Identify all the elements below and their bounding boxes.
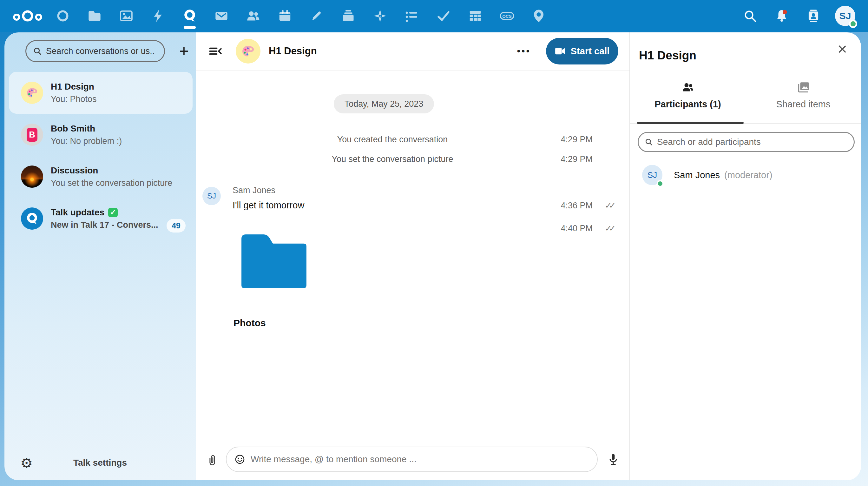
message-input[interactable] [251,454,589,464]
conversation-avatar[interactable] [236,39,260,63]
message-meta: 4:36 PM ✓✓ [196,201,629,212]
search-icon [33,47,42,56]
top-navigation-bar: OCS SJ [0,0,868,32]
microphone-icon[interactable] [607,453,620,466]
conversation-title: Bob Smith [51,123,122,134]
files-icon[interactable] [79,0,111,32]
app-content-card: + H1 Design You: Photos B [4,32,861,480]
close-icon[interactable]: × [838,41,847,57]
new-conversation-button[interactable]: + [174,40,194,62]
conversation-item-h1-design[interactable]: H1 Design You: Photos [9,72,193,114]
active-tab-indicator [637,122,744,124]
online-status-dot [849,20,857,28]
mail-icon[interactable] [206,0,237,32]
dashboard-icon[interactable] [47,0,79,32]
conversation-title: Talk updates ✓ [51,207,158,218]
conversation-item-talk-updates[interactable]: Talk updates ✓ New in Talk 17 - Convers.… [4,198,196,239]
system-message: You set the conversation picture 4:29 PM [196,154,629,166]
details-panel-title: H1 Design [639,49,696,62]
participant-role: (moderator) [724,170,773,180]
calendar-icon[interactable] [269,0,301,32]
conversation-title: Discussion [51,166,172,176]
system-message: You created the conversation 4:29 PM [196,135,629,146]
conversation-details-panel: H1 Design × Participants (1) Shared item… [629,32,861,480]
message-time: 4:40 PM [561,224,593,233]
talk-icon[interactable] [174,0,206,32]
conversation-list: H1 Design You: Photos B Bob Smith You: N… [4,72,196,239]
nextcloud-talk-app: OCS SJ [0,0,868,486]
conversation-item-discussion[interactable]: Discussion You set the conversation pict… [4,155,196,198]
deck-icon[interactable] [333,0,364,32]
notes-icon[interactable] [301,0,333,32]
participant-avatar: SJ [642,165,662,185]
read-receipt-icon: ✓✓ [605,224,613,233]
activity-icon[interactable] [142,0,174,32]
avatar-initials: SJ [839,10,851,21]
contacts-menu-icon[interactable] [798,0,829,32]
conversation-last-message: You set the conversation picture [51,178,172,188]
approvals-check-icon[interactable] [428,0,459,32]
conversation-item-bob-smith[interactable]: B Bob Smith You: No problem :) [4,114,196,155]
date-separator: Today, May 25, 2023 [334,94,434,113]
message-time: 4:36 PM [561,201,593,210]
video-camera-icon [555,47,566,56]
details-tabs: Participants (1) Shared items [630,80,861,118]
shared-items-icon [746,80,861,95]
nextcloud-logo-icon[interactable] [8,0,47,32]
conversation-last-message: You: No problem :) [51,136,122,146]
recommendations-icon[interactable] [364,0,396,32]
read-receipt-icon: ✓✓ [605,201,613,210]
tab-participants[interactable]: Participants (1) [630,80,746,118]
search-icon [644,138,653,146]
contacts-icon[interactable] [237,0,269,32]
svg-text:OCS: OCS [502,14,512,19]
photos-icon[interactable] [111,0,142,32]
gear-icon[interactable]: ⚙ [20,455,33,471]
emoji-picker-icon[interactable] [234,454,246,465]
chat-panel: H1 Design ••• Start call Today, May 25, … [196,32,629,480]
start-call-button[interactable]: Start call [546,38,618,64]
conversation-last-message: New in Talk 17 - Convers... [51,220,158,230]
online-status-dot [657,180,664,187]
conversations-sidebar: + H1 Design You: Photos B [4,32,196,480]
bob-avatar: B [21,123,43,146]
topbar-right-actions: SJ [734,0,861,32]
conversation-search-input[interactable] [46,47,154,56]
talk-logo-avatar [21,207,43,230]
check-emoji-icon: ✓ [108,208,118,217]
ocs-icon[interactable]: OCS [491,0,523,32]
palette-avatar [21,82,43,104]
attachment-paperclip-icon[interactable] [206,454,218,466]
sunset-photo-avatar [21,166,43,188]
participant-row[interactable]: SJ Sam Jones (moderator) [630,161,861,189]
shared-folder-icon[interactable] [238,232,310,291]
tab-shared-items[interactable]: Shared items [746,80,861,118]
active-app-indicator [184,26,196,29]
user-avatar[interactable]: SJ [829,0,861,32]
collapse-sidebar-icon[interactable] [208,44,222,58]
participant-name: Sam Jones [674,170,720,180]
tasks-icon[interactable] [396,0,428,32]
message-sender-name: Sam Jones [232,185,275,195]
search-icon[interactable] [734,0,766,32]
talk-settings-button[interactable]: Talk settings [4,458,196,468]
shared-file-name[interactable]: Photos [234,318,266,328]
participants-people-icon [630,80,746,95]
conversation-last-message: You: Photos [51,94,97,104]
message-input-field[interactable] [226,447,598,472]
conversation-search-field[interactable] [25,40,165,62]
sidebar-footer: ⚙ Talk settings [4,445,196,480]
maps-icon[interactable] [523,0,555,32]
tables-icon[interactable] [459,0,491,32]
chat-header: H1 Design ••• Start call [196,32,629,70]
participant-search-field[interactable] [638,132,855,152]
unread-count-badge: 49 [166,219,186,232]
conversation-title: H1 Design [51,82,97,92]
conversation-menu-icon[interactable]: ••• [517,46,531,57]
chat-title: H1 Design [269,46,317,57]
participant-search-input[interactable] [657,137,848,147]
notifications-bell-icon[interactable] [766,0,798,32]
message-time: 4:29 PM [561,154,593,164]
message-time: 4:29 PM [561,135,593,145]
message-input-row [196,447,629,472]
